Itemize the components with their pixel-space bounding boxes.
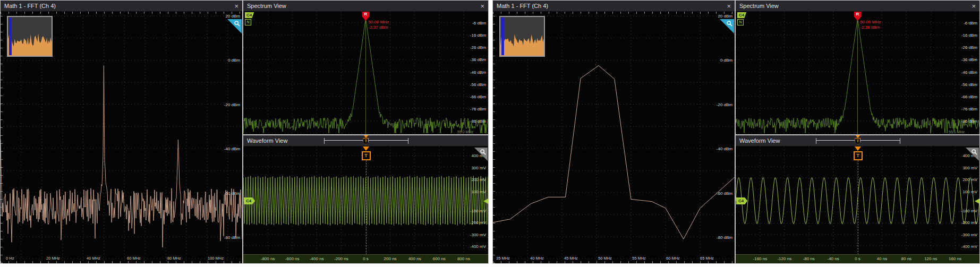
axis-tick-label: 600 ns: [433, 256, 446, 261]
waveform-window-titlebar[interactable]: Waveform View T: [243, 135, 488, 147]
axis-tick-label: 100 MHz: [208, 256, 224, 261]
math-fft-window-right: Math 1 - FFT (Ch 4) × 20 dBm0 dBm-20 dBm…: [492, 0, 735, 264]
axis-tick-label: -600 ns: [285, 256, 300, 261]
axis-tick-label: 0 s: [363, 256, 369, 261]
fft-x-axis-labels: 0 Hz20 MHz40 MHz60 MHz80 MHz100 MHz: [1, 256, 242, 261]
trigger-position-line: [366, 160, 367, 255]
trigger-slider-arrow-icon: [856, 135, 860, 138]
ground-level-arrow-icon[interactable]: [483, 199, 488, 204]
spectrum-plot-area[interactable]: C4 N R 50.00 MHz -2.37 dBm -6 dBm-16 dBm…: [243, 12, 488, 134]
window-title: Spectrum View: [739, 3, 779, 9]
axis-tick-label: -80 ns: [803, 256, 815, 261]
marker-frequency: 50.00 MHz: [860, 20, 881, 25]
axis-tick-label: 55 MHz: [632, 256, 646, 261]
trigger-position-icon[interactable]: [363, 147, 369, 151]
spectrum-view-window-left: Spectrum View × C4 N R 50.00 MHz -2.37 d…: [243, 0, 489, 135]
trigger-position-icon[interactable]: [855, 147, 861, 151]
spectrum-plot-area[interactable]: C4 N R 50.00 MHz -2.38 dBm -6 dBm-16 dBm…: [736, 12, 979, 134]
axis-tick-label: 0 s: [855, 256, 860, 261]
spectrum-view-window-right: Spectrum View × C4 N R 50.00 MHz -2.38 d…: [735, 0, 980, 135]
axis-tick-label: -160 ns: [753, 256, 768, 261]
spectrum-x-axis-partial-label: 55.0 MHz: [457, 130, 473, 134]
window-title: Spectrum View: [247, 3, 286, 9]
zoom-range-slider[interactable]: T: [324, 138, 408, 144]
close-icon[interactable]: ×: [727, 3, 731, 10]
spectrum-window-titlebar[interactable]: Spectrum View ×: [736, 1, 979, 12]
fft-overview-inset[interactable]: [7, 16, 53, 57]
window-title: Waveform View: [739, 137, 780, 144]
axis-tick-label: 40 MHz: [530, 256, 544, 261]
marker-level: -2.38 dBm: [860, 25, 881, 30]
math-fft-window-left: Math 1 - FFT (Ch 4) × 20 dBm0 dBm-20 dBm…: [0, 0, 243, 264]
axis-tick-label: 50 MHz: [598, 256, 612, 261]
axis-tick-label: 400 ns: [408, 256, 421, 261]
spectrum-trace-canvas: [736, 12, 979, 134]
math-fft-plot-area[interactable]: 20 dBm0 dBm-20 dBm-40 dBm-60 dBm-80 dBm …: [493, 12, 735, 263]
axis-tick-label: 45 MHz: [564, 256, 578, 261]
trigger-position-line: [858, 160, 858, 255]
fft-x-axis-labels: 35 MHz40 MHz45 MHz50 MHz55 MHz60 MHz65 M…: [493, 256, 735, 261]
close-icon[interactable]: ×: [972, 3, 976, 10]
fft-overview-inset[interactable]: [499, 16, 545, 57]
axis-tick-label: 160 ns: [949, 256, 961, 261]
math-window-titlebar[interactable]: Math 1 - FFT (Ch 4) ×: [1, 1, 242, 12]
axis-tick-label: 80 MHz: [167, 256, 181, 261]
axis-tick-label: -40 ns: [827, 256, 839, 261]
axis-tick-label: 60 MHz: [127, 256, 141, 261]
spectrum-window-titlebar[interactable]: Spectrum View ×: [243, 1, 488, 12]
dual-scope-screenshot: Math 1 - FFT (Ch 4) × 20 dBm0 dBm-20 dBm…: [0, 0, 980, 267]
axis-tick-label: 200 ns: [384, 256, 397, 261]
trigger-marker[interactable]: T: [362, 151, 371, 160]
trace-type-badge[interactable]: N: [737, 19, 744, 25]
axis-tick-label: -400 ns: [310, 256, 324, 261]
axis-tick-label: 800 ns: [457, 256, 470, 261]
time-axis-bar: -160 ns-120 ns-80 ns-40 ns0 s40 ns80 ns1…: [736, 254, 979, 263]
marker-level: -2.37 dBm: [369, 25, 389, 30]
axis-tick-label: 20 MHz: [46, 256, 60, 261]
spectrum-x-axis-partial-label: 55.0 MHz: [949, 130, 965, 134]
marker-readout: 50.00 MHz -2.37 dBm: [369, 20, 389, 30]
ground-level-arrow-icon[interactable]: [975, 199, 979, 204]
axis-tick-label: 120 ns: [924, 256, 937, 261]
magnifier-icon: [234, 20, 241, 27]
axis-tick-label: 35 MHz: [496, 256, 510, 261]
trigger-slider-arrow-icon: [364, 135, 368, 138]
window-title: Math 1 - FFT (Ch 4): [4, 3, 56, 9]
close-icon[interactable]: ×: [480, 3, 484, 10]
axis-tick-label: -120 ns: [777, 256, 791, 261]
axis-tick-label: 40 MHz: [87, 256, 100, 261]
waveform-plot-area[interactable]: T C4 400 mV300 mV200 mV100 mV-100 mV-200…: [736, 147, 979, 255]
waveform-plot-area[interactable]: T C4 400 mV300 mV200 mV100 mV-100 mV-200…: [243, 147, 488, 255]
close-icon[interactable]: ×: [234, 3, 238, 10]
math-window-titlebar[interactable]: Math 1 - FFT (Ch 4) ×: [493, 1, 735, 12]
trace-type-badge[interactable]: N: [245, 19, 251, 25]
axis-tick-label: -800 ns: [261, 256, 275, 261]
window-title: Math 1 - FFT (Ch 4): [497, 3, 548, 9]
time-axis-bar: -800 ns-600 ns-400 ns-200 ns0 s200 ns400…: [243, 254, 488, 263]
axis-tick-label: 65 MHz: [700, 256, 714, 261]
axis-tick-label: 80 ns: [901, 256, 912, 261]
axis-tick-label: 0 Hz: [6, 256, 14, 261]
trigger-marker[interactable]: T: [854, 151, 863, 160]
axis-tick-label: -200 ns: [334, 256, 348, 261]
spectrum-trace-canvas: [243, 12, 488, 134]
waveform-view-window-right: Waveform View T T C4 400 mV300 mV200 mV1…: [735, 135, 980, 264]
magnifier-icon: [726, 20, 733, 27]
window-title: Waveform View: [247, 137, 287, 144]
waveform-view-window-left: Waveform View T T C4 400 mV300 mV200 mV1…: [243, 135, 489, 264]
axis-tick-label: 40 ns: [877, 256, 888, 261]
marker-frequency: 50.00 MHz: [369, 20, 389, 25]
marker-readout: 50.00 MHz -2.38 dBm: [860, 20, 881, 30]
waveform-window-titlebar[interactable]: Waveform View T: [736, 135, 979, 147]
axis-tick-label: 60 MHz: [666, 256, 680, 261]
zoom-range-slider[interactable]: T: [816, 138, 900, 144]
trigger-slider-marker[interactable]: T: [855, 138, 860, 144]
trigger-slider-marker[interactable]: T: [363, 138, 369, 144]
fft-overview-thumbnail: [8, 17, 52, 56]
math-fft-plot-area[interactable]: 20 dBm0 dBm-20 dBm-40 dBm-60 dBm-80 dBm …: [1, 12, 242, 263]
fft-overview-thumbnail: [500, 17, 544, 56]
